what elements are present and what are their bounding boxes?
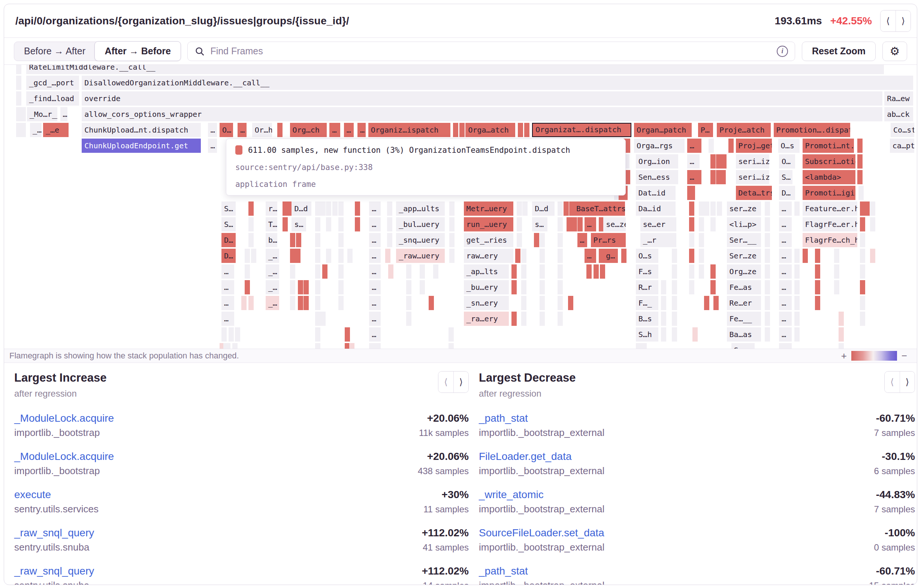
flame-cell[interactable]: P… [698, 123, 713, 137]
flame-cell[interactable]: … [329, 123, 340, 137]
flame-cell-sliver[interactable] [699, 201, 704, 216]
flame-cell-sliver[interactable] [449, 201, 454, 216]
flame-cell[interactable]: Ser…__ [727, 233, 761, 247]
flame-cell[interactable]: Organ…patch [634, 123, 692, 137]
flame-cell[interactable]: … [779, 312, 792, 326]
flame-cell-sliver[interactable] [802, 249, 808, 263]
flame-cell-sliver[interactable] [229, 327, 234, 341]
flame-cell-sliver[interactable] [249, 296, 254, 310]
flame-cell-sliver[interactable] [521, 312, 526, 326]
flame-cell-sliver[interactable] [563, 201, 569, 216]
flame-cell-sliver[interactable] [794, 296, 800, 310]
flame-cell[interactable]: O…s [778, 138, 800, 153]
flame-cell-sliver[interactable] [521, 296, 526, 310]
flame-cell-sliver[interactable] [286, 201, 291, 216]
flame-cell-sliver[interactable] [338, 233, 343, 247]
function-link[interactable]: execute [14, 489, 51, 501]
flame-cell-sliver[interactable] [558, 280, 563, 294]
flame-cell[interactable]: RateLimitMiddleware.__call__ [26, 65, 884, 74]
flame-cell-sliver[interactable] [558, 233, 563, 247]
flame-cell-sliver[interactable] [338, 249, 343, 263]
flame-cell-sliver[interactable] [521, 249, 526, 263]
flame-cell[interactable]: … [369, 217, 381, 231]
flame-cell-sliver[interactable] [717, 201, 722, 216]
flame-cell-sliver[interactable] [298, 280, 303, 294]
flame-cell-sliver[interactable] [860, 312, 865, 326]
flame-cell[interactable]: _…e [43, 123, 69, 137]
flame-cell[interactable]: ab…ck [884, 107, 913, 121]
flame-cell-sliver[interactable] [765, 265, 770, 279]
flame-cell[interactable]: S… [221, 217, 236, 231]
flame-cell[interactable]: Orga…atch [465, 123, 515, 137]
flame-cell-sliver[interactable] [713, 296, 719, 310]
flame-cell-sliver[interactable] [315, 280, 321, 294]
flame-cell[interactable]: B…s [636, 312, 658, 326]
flame-cell[interactable]: _… [266, 249, 279, 263]
info-icon[interactable]: i [777, 46, 788, 57]
settings-button[interactable]: ⚙ [882, 42, 907, 61]
flame-cell-sliver[interactable] [558, 201, 563, 216]
flame-cell-sliver[interactable] [716, 154, 721, 169]
flame-cell[interactable]: Proj…get [736, 138, 772, 153]
flame-cell[interactable]: Metr…uery [464, 201, 513, 216]
flame-cell[interactable]: _app…ults [396, 201, 445, 216]
flame-cell[interactable]: … [369, 296, 381, 310]
flame-cell-sliver[interactable] [241, 296, 247, 310]
flame-cell[interactable]: _gcd_…port [26, 76, 79, 90]
flame-cell-sliver[interactable] [765, 312, 770, 326]
chevron-right-icon[interactable]: ⟩ [900, 372, 914, 393]
flame-cell-sliver[interactable] [521, 265, 526, 279]
flame-cell[interactable]: … [584, 249, 596, 263]
flame-cell[interactable]: _sn…ery [464, 296, 509, 310]
flame-cell-sliver[interactable] [566, 217, 572, 231]
flame-cell[interactable]: … [779, 296, 792, 310]
flame-cell-sliver[interactable] [459, 123, 465, 137]
flame-cell-sliver[interactable] [672, 249, 677, 263]
flame-cell[interactable]: DisallowedOrganizationMiddleware.__call_… [82, 76, 913, 90]
flame-cell[interactable]: … [358, 123, 366, 137]
chevron-right-icon[interactable]: ⟩ [895, 10, 911, 31]
flame-cell-sliver[interactable] [699, 217, 704, 231]
flame-cell-sliver[interactable] [728, 138, 734, 153]
flame-cell-sliver[interactable] [251, 249, 256, 263]
flame-cell-sliver[interactable] [689, 233, 694, 247]
flame-cell[interactable]: allow_cors_options_wrapper [82, 107, 882, 121]
flame-cell-sliver[interactable] [815, 265, 820, 279]
flame-cell[interactable]: _find…load [26, 91, 79, 106]
flame-cell[interactable]: … [208, 138, 217, 153]
function-link[interactable]: _ModuleLock.acquire [14, 450, 114, 463]
flame-cell[interactable]: Pr…rs [591, 233, 626, 247]
flame-cell-sliver[interactable] [765, 280, 770, 294]
flame-cell-sliver[interactable] [699, 265, 704, 279]
flame-cell-sliver[interactable] [355, 217, 360, 231]
toggle-before-after[interactable]: Before → After [14, 42, 95, 61]
flame-cell-sliver[interactable] [704, 296, 709, 310]
flame-cell-sliver[interactable] [449, 343, 454, 349]
chevron-left-icon[interactable]: ⟨ [438, 372, 453, 393]
flame-cell-sliver[interactable] [858, 186, 864, 200]
flame-cell[interactable]: O… [220, 123, 233, 137]
flame-cell-sliver[interactable] [511, 265, 517, 279]
flame-cell-sliver[interactable] [864, 201, 870, 216]
flame-cell[interactable]: Subscri…otions [802, 154, 856, 169]
flame-cell-sliver[interactable] [290, 249, 295, 263]
flame-cell[interactable]: s… [532, 217, 547, 231]
flame-cell[interactable]: seri…ize [736, 170, 769, 184]
flame-cell-sliver[interactable] [870, 201, 875, 216]
flame-cell[interactable]: Promoti…nt.post [802, 138, 854, 153]
flame-cell[interactable]: … [238, 123, 247, 137]
flame-cell-sliver[interactable] [870, 249, 875, 263]
flame-cell-sliver[interactable] [517, 201, 522, 216]
flame-cell-sliver[interactable] [406, 280, 412, 294]
flame-cell[interactable]: … [369, 265, 381, 279]
flame-cell-sliver[interactable] [765, 201, 770, 216]
flame-cell-sliver[interactable] [21, 107, 26, 121]
flame-cell[interactable]: O…s [636, 249, 658, 263]
flame-cell-sliver[interactable] [794, 265, 800, 279]
flame-cell[interactable]: S…h [636, 327, 658, 341]
flame-cell[interactable]: … [221, 296, 234, 310]
flame-cell[interactable]: S [731, 343, 755, 349]
flame-cell-sliver[interactable] [385, 249, 391, 263]
flame-cell-sliver[interactable] [586, 265, 592, 279]
flame-cell-sliver[interactable] [860, 249, 865, 263]
